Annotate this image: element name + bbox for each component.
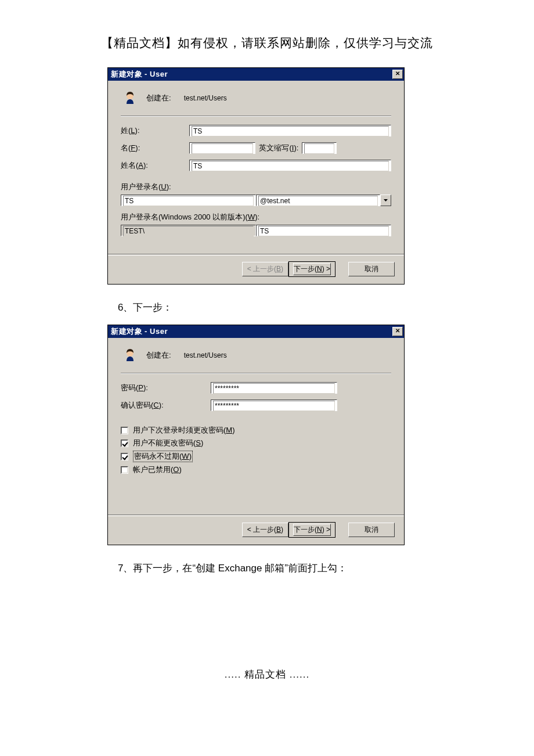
fullname-input[interactable]: TS [189,160,391,171]
initials-input[interactable] [302,142,337,154]
step-6-text: 6、下一步： [118,301,511,314]
surname-input[interactable]: TS [189,125,391,136]
titlebar: 新建对象 - User ✕ [108,68,404,81]
confirm-password-label: 确认密码(C): [121,400,211,411]
user-head-icon [121,346,139,365]
fullname-label: 姓名(A): [121,160,189,171]
dialog-title: 新建对象 - User [111,69,168,80]
create-in-label: 创建在: [146,93,171,103]
chevron-down-icon[interactable] [380,195,391,206]
given-name-input[interactable] [189,142,255,154]
logon-name-label: 用户登录名(U): [121,182,391,192]
logon-name-input[interactable]: TS [121,195,256,206]
dialog-title: 新建对象 - User [111,326,168,337]
surname-label: 姓(L): [121,125,189,136]
logon-2000-name-input[interactable]: TS [256,225,391,236]
cancel-button[interactable]: 取消 [348,262,395,276]
create-in-label: 创建在: [146,350,171,361]
confirm-password-input[interactable]: ********* [211,399,337,411]
password-input[interactable]: ********* [211,382,337,394]
logon-domain-combo[interactable]: @test.net [256,195,380,206]
password-label: 密码(P): [121,383,211,393]
close-icon[interactable]: ✕ [392,70,403,79]
cannot-change-password-checkbox[interactable]: 用户不能更改密码(S) [121,438,391,448]
account-disabled-checkbox[interactable]: 帐户已禁用(O) [121,465,391,475]
document-header: 【精品文档】如有侵权，请联系网站删除，仅供学习与交流 [23,35,511,51]
close-icon[interactable]: ✕ [392,327,403,336]
create-user-dialog-step2: 新建对象 - User ✕ 创建在: test.net/Users 密码(P):… [107,325,405,545]
create-user-dialog-step1: 新建对象 - User ✕ 创建在: test.net/Users 姓(L): … [107,67,405,285]
back-button: < 上一步(B) [242,262,288,276]
back-button[interactable]: < 上一步(B) [242,523,288,537]
create-in-path: test.net/Users [184,94,227,102]
change-at-next-logon-checkbox[interactable]: 用户下次登录时须更改密码(M) [121,425,391,435]
titlebar: 新建对象 - User ✕ [108,325,404,338]
user-head-icon [121,89,139,107]
next-button[interactable]: 下一步(N) > [288,522,335,538]
create-in-path: test.net/Users [184,351,227,359]
logon-2000-domain-input: TEST\ [121,225,256,236]
logon-2000-label: 用户登录名(Windows 2000 以前版本)(W): [121,212,391,222]
cancel-button[interactable]: 取消 [348,523,395,537]
password-never-expires-checkbox[interactable]: 密码永不过期(W) [121,451,391,462]
step-7-text: 7、再下一步，在“创建 Exchange 邮箱”前面打上勾： [118,561,511,575]
document-footer: ..... 精品文档 ...... [23,668,511,681]
given-name-label: 名(F): [121,143,189,153]
next-button[interactable]: 下一步(N) > [288,261,335,277]
initials-label: 英文缩写(I): [259,143,298,153]
